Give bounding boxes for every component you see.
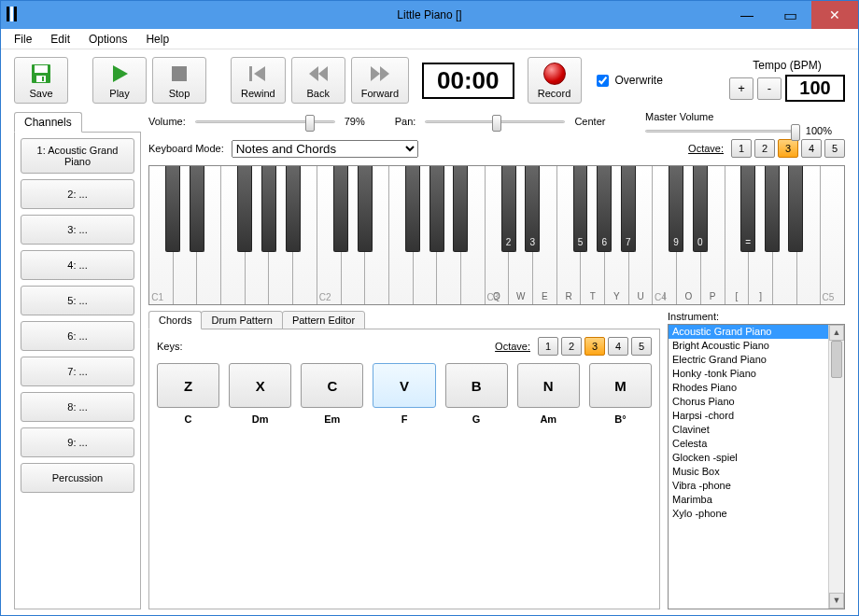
white-key[interactable] [389, 166, 414, 304]
white-key[interactable] [821, 166, 844, 304]
instrument-item[interactable]: Glocken -spiel [669, 451, 828, 465]
white-key[interactable] [246, 166, 270, 304]
scroll-down-icon[interactable]: ▼ [829, 593, 844, 609]
white-key[interactable] [149, 166, 174, 304]
rewind-button[interactable]: Rewind [231, 57, 286, 104]
instrument-item[interactable]: Celesta [669, 437, 828, 451]
octave-button-4[interactable]: 4 [801, 139, 822, 158]
octave-button-3[interactable]: 3 [584, 337, 605, 356]
octave-button-5[interactable]: 5 [631, 337, 652, 356]
octave-button-4[interactable]: 4 [608, 337, 628, 356]
instrument-item[interactable]: Bright Acoustic Piano [669, 339, 828, 353]
white-key[interactable] [197, 166, 221, 304]
white-key[interactable] [365, 166, 389, 304]
channel-button-5[interactable]: 5: ... [21, 286, 134, 315]
channel-button-2[interactable]: 2: ... [21, 179, 134, 209]
white-key[interactable]: Q [486, 166, 510, 304]
white-key[interactable]: U [629, 166, 654, 304]
instrument-item[interactable]: Clavinet [669, 423, 828, 437]
white-key[interactable]: P [701, 166, 725, 304]
white-key[interactable] [342, 166, 366, 304]
menu-help[interactable]: Help [138, 31, 176, 48]
instrument-item[interactable]: Xylo -phone [669, 507, 828, 521]
svg-rect-2 [36, 76, 46, 82]
instrument-item[interactable]: Music Box [669, 465, 828, 479]
scroll-thumb[interactable] [831, 341, 842, 378]
scroll-up-icon[interactable]: ▲ [829, 325, 844, 341]
save-button[interactable]: Save [14, 57, 68, 104]
white-key[interactable] [797, 166, 822, 304]
play-button[interactable]: Play [92, 57, 147, 104]
instrument-listbox[interactable]: Acoustic Grand PianoBright Acoustic Pian… [668, 324, 845, 609]
white-key[interactable]: [ [725, 166, 750, 304]
master-volume-slider[interactable] [645, 122, 800, 139]
white-key[interactable] [414, 166, 438, 304]
channel-button-1[interactable]: 1: Acoustic Grand Piano [21, 138, 134, 174]
white-key[interactable]: Y [605, 166, 629, 304]
octave-button-3[interactable]: 3 [778, 139, 798, 158]
white-key[interactable] [773, 166, 797, 304]
chord-pad-Z[interactable]: Z [157, 363, 219, 408]
menu-edit[interactable]: Edit [43, 31, 77, 48]
instrument-item[interactable]: Rhodes Piano [669, 381, 828, 395]
channels-tab[interactable]: Channels [14, 112, 82, 133]
instrument-item[interactable]: Chorus Piano [669, 395, 828, 409]
white-key[interactable] [293, 166, 317, 304]
white-key[interactable] [174, 166, 198, 304]
forward-button[interactable]: Forward [351, 57, 409, 104]
chord-pad-B[interactable]: B [445, 363, 508, 408]
piano-keyboard[interactable]: QWERTYUIOP[] 2356790= C1C2C3C4C5 [148, 165, 845, 305]
back-button[interactable]: Back [291, 57, 345, 104]
tempo-input[interactable] [785, 75, 845, 102]
white-key[interactable] [317, 166, 342, 304]
octave-button-5[interactable]: 5 [824, 139, 845, 158]
white-key[interactable] [461, 166, 486, 304]
tempo-down-button[interactable]: - [757, 77, 782, 100]
instrument-item[interactable]: Vibra -phone [669, 479, 828, 493]
chord-pad-X[interactable]: X [229, 363, 291, 408]
instrument-item[interactable]: Harpsi -chord [669, 409, 828, 423]
white-key[interactable]: W [509, 166, 533, 304]
white-key[interactable] [221, 166, 246, 304]
overwrite-checkbox[interactable]: Overwrite [593, 72, 663, 90]
tab-chords[interactable]: Chords [148, 311, 202, 329]
octave-button-2[interactable]: 2 [561, 337, 582, 356]
instrument-item[interactable]: Honky -tonk Piano [669, 367, 828, 381]
channel-button-10[interactable]: Percussion [21, 463, 134, 493]
menu-file[interactable]: File [7, 31, 39, 48]
channel-button-8[interactable]: 8: ... [21, 392, 134, 422]
white-key[interactable]: R [557, 166, 582, 304]
chord-pad-M[interactable]: M [589, 363, 652, 408]
menu-options[interactable]: Options [81, 31, 134, 48]
instrument-item[interactable]: Marimba [669, 493, 828, 507]
white-key[interactable]: ] [749, 166, 773, 304]
stop-button[interactable]: Stop [152, 57, 206, 104]
instrument-item[interactable]: Electric Grand Piano [669, 353, 828, 367]
white-key[interactable]: I [653, 166, 677, 304]
chord-pad-V[interactable]: V [373, 363, 435, 408]
octave-button-1[interactable]: 1 [731, 139, 752, 158]
keyboard-mode-select[interactable]: Notes and Chords [232, 140, 418, 158]
pan-slider[interactable] [425, 113, 565, 130]
white-key[interactable]: T [581, 166, 605, 304]
white-key[interactable] [269, 166, 293, 304]
channel-button-4[interactable]: 4: ... [21, 250, 134, 280]
channel-button-9[interactable]: 9: ... [21, 427, 134, 457]
chord-pad-C[interactable]: C [301, 363, 363, 408]
channel-button-6[interactable]: 6: ... [21, 321, 134, 351]
channel-button-7[interactable]: 7: ... [21, 357, 134, 386]
record-button[interactable]: Record [528, 57, 582, 104]
tempo-up-button[interactable]: + [729, 77, 753, 100]
octave-button-2[interactable]: 2 [754, 139, 775, 158]
white-key[interactable] [437, 166, 461, 304]
channel-button-3[interactable]: 3: ... [21, 215, 134, 245]
octave-button-1[interactable]: 1 [538, 337, 558, 356]
tab-drum-pattern[interactable]: Drum Pattern [201, 311, 282, 329]
chord-pad-N[interactable]: N [517, 363, 580, 408]
scrollbar[interactable]: ▲ ▼ [828, 325, 844, 609]
white-key[interactable]: O [677, 166, 701, 304]
white-key[interactable]: E [533, 166, 557, 304]
tab-pattern-editor[interactable]: Pattern Editor [282, 311, 365, 329]
volume-slider[interactable] [195, 113, 335, 130]
instrument-item[interactable]: Acoustic Grand Piano [669, 325, 828, 339]
